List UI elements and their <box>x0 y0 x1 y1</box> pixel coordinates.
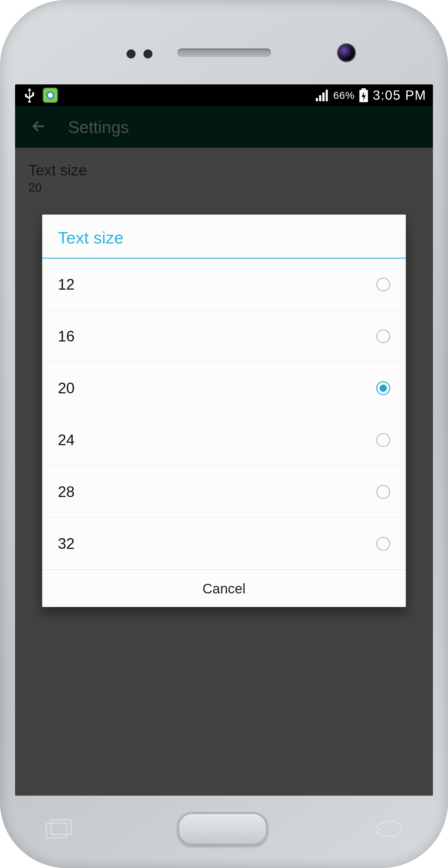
svg-rect-5 <box>361 88 366 90</box>
home-button[interactable] <box>178 812 268 845</box>
option-label: 24 <box>58 431 75 449</box>
dialog-header: Text size <box>42 215 406 258</box>
dialog-options: 12 16 20 24 28 <box>42 258 406 569</box>
option-label: 20 <box>58 379 75 397</box>
cancel-label: Cancel <box>202 581 246 596</box>
battery-percent: 66% <box>333 90 355 101</box>
radio-icon <box>376 330 390 343</box>
screen: 66% 3:05 PM Settings <box>15 84 433 796</box>
svg-rect-4 <box>326 90 328 101</box>
radio-icon <box>376 537 390 551</box>
svg-rect-2 <box>322 93 324 101</box>
radio-icon <box>376 278 390 291</box>
svg-rect-1 <box>319 95 321 101</box>
option-label: 28 <box>58 483 75 501</box>
svg-rect-9 <box>51 820 71 835</box>
svg-rect-0 <box>316 98 318 101</box>
back-arrow-icon[interactable] <box>31 118 47 135</box>
settings-row-value: 20 <box>28 181 420 194</box>
back-icon[interactable] <box>373 818 403 839</box>
option-28[interactable]: 28 <box>42 466 406 518</box>
option-32[interactable]: 32 <box>42 518 406 569</box>
option-16[interactable]: 16 <box>42 310 406 362</box>
option-24[interactable]: 24 <box>42 414 406 466</box>
app-notification-icon <box>43 88 58 103</box>
usb-icon <box>24 88 36 102</box>
recent-apps-icon[interactable] <box>45 818 72 839</box>
text-size-dialog: Text size 12 16 20 24 <box>42 215 406 607</box>
app-header: Settings <box>15 106 433 148</box>
radio-icon <box>376 485 390 499</box>
cancel-button[interactable]: Cancel <box>202 581 246 597</box>
settings-row-text-size[interactable]: Text size 20 <box>15 148 433 208</box>
option-label: 16 <box>58 328 75 345</box>
front-camera <box>338 44 355 61</box>
status-time: 3:05 PM <box>373 88 426 103</box>
option-20[interactable]: 20 <box>42 362 406 414</box>
status-bar: 66% 3:05 PM <box>15 84 433 106</box>
dialog-title: Text size <box>58 228 390 247</box>
phone-frame: 66% 3:05 PM Settings <box>0 0 448 868</box>
page-title: Settings <box>68 117 129 137</box>
option-label: 32 <box>58 535 75 553</box>
radio-icon-selected <box>376 381 390 395</box>
option-12[interactable]: 12 <box>42 258 406 310</box>
sensor-dots <box>127 50 153 59</box>
signal-icon <box>316 89 329 101</box>
earpiece-speaker <box>178 49 271 57</box>
battery-charging-icon <box>359 88 369 102</box>
dialog-actions: Cancel <box>42 569 406 607</box>
phone-bezel-top <box>15 21 433 84</box>
radio-icon <box>376 433 390 447</box>
svg-rect-8 <box>46 823 67 838</box>
hardware-buttons <box>0 808 448 850</box>
option-label: 12 <box>58 276 75 293</box>
settings-row-label: Text size <box>28 161 420 179</box>
